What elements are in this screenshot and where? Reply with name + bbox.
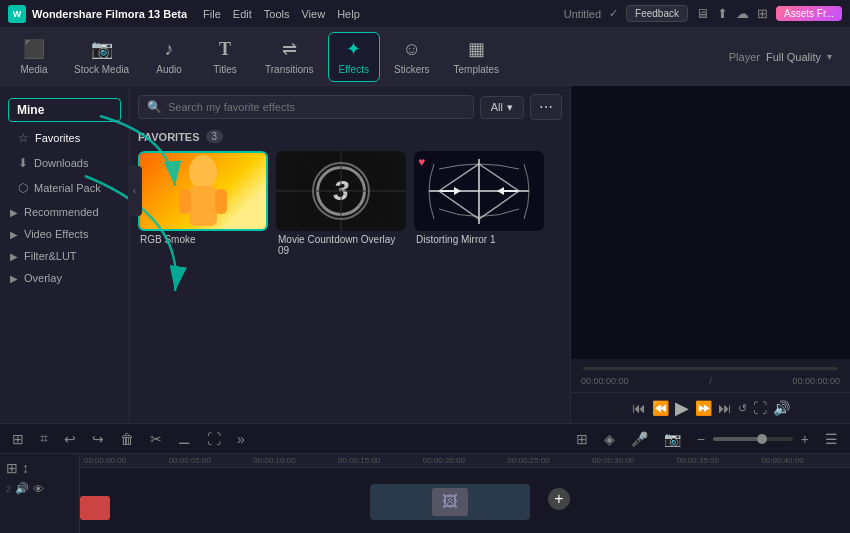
toolbar-stock-media-label: Stock Media xyxy=(74,64,129,75)
video-effects-arrow-icon: ▶ xyxy=(10,229,18,240)
toolbar-stock-media[interactable]: 📷 Stock Media xyxy=(64,32,139,82)
filter-chevron-icon: ▾ xyxy=(507,101,513,114)
volume-button[interactable]: 🔊 xyxy=(773,400,790,416)
toolbar-transitions[interactable]: ⇌ Transitions xyxy=(255,32,324,82)
effects-panel: 🔍 All ▾ ⋯ FAVORITES 3 xyxy=(130,86,570,423)
menu-tools[interactable]: Tools xyxy=(264,8,290,20)
zoom-in-button[interactable]: + xyxy=(797,429,813,449)
timeline-magnet-button[interactable]: ⌗ xyxy=(36,428,52,449)
clip-thumbnail: 🖼 xyxy=(432,488,468,516)
sidebar-item-material-pack[interactable]: ⬡ Material Pack xyxy=(4,176,125,200)
track-speaker-icon[interactable]: 🔊 xyxy=(15,482,29,495)
rgb-person-svg xyxy=(173,154,233,229)
toolbar-media-label: Media xyxy=(20,64,47,75)
ruler-mark-3: 00:00:15:00 xyxy=(338,456,423,465)
toolbar-templates[interactable]: ▦ Templates xyxy=(444,32,510,82)
sidebar-item-recommended[interactable]: ▶ Recommended xyxy=(0,201,129,223)
timeline-crop-button[interactable]: ⛶ xyxy=(203,429,225,449)
timeline-split-button[interactable]: ⚊ xyxy=(174,429,195,449)
distorting-heart-icon: ♥ xyxy=(418,155,425,169)
more-options-button[interactable]: ⋯ xyxy=(530,94,562,120)
filter-label: All xyxy=(491,101,503,113)
timeline-settings-button[interactable]: ☰ xyxy=(821,429,842,449)
svg-rect-2 xyxy=(179,189,191,214)
material-pack-icon: ⬡ xyxy=(18,181,28,195)
filter-lut-arrow-icon: ▶ xyxy=(10,251,18,262)
timeline-clip-main[interactable]: 🖼 xyxy=(370,484,530,520)
current-time: 00:00:00:00 xyxy=(581,376,629,386)
svg-rect-1 xyxy=(189,186,217,226)
quality-label: Full Quality xyxy=(766,51,821,63)
timeline-delete-button[interactable]: 🗑 xyxy=(116,429,138,449)
track-move-icon[interactable]: ↕ xyxy=(22,460,29,476)
filter-dropdown[interactable]: All ▾ xyxy=(480,96,524,119)
timeline-mic-button[interactable]: 🎤 xyxy=(627,429,652,449)
toolbar-titles-label: Titles xyxy=(213,64,237,75)
favorites-count: 3 xyxy=(206,130,224,143)
timeline-cut-button[interactable]: ✂ xyxy=(146,429,166,449)
track-label-audio: 2 🔊 👁 xyxy=(4,480,75,497)
menu-file[interactable]: File xyxy=(203,8,221,20)
feedback-button[interactable]: Feedback xyxy=(626,5,688,22)
timeline-zoom-fit-button[interactable]: ⊞ xyxy=(572,429,592,449)
player-time: 00:00:00:00 / 00:00:00:00 xyxy=(577,374,844,388)
menu-help[interactable]: Help xyxy=(337,8,360,20)
clip-thumb-icon: 🖼 xyxy=(442,493,458,511)
timeline-more-button[interactable]: » xyxy=(233,429,249,449)
sidebar-item-downloads[interactable]: ⬇ Downloads xyxy=(4,151,125,175)
sidebar-collapse-button[interactable]: ‹ xyxy=(128,166,142,216)
toolbar-effects[interactable]: ✦ Effects xyxy=(328,32,380,82)
sidebar-mine[interactable]: Mine xyxy=(8,98,121,122)
app-brand: W Wondershare Filmora 13 Beta xyxy=(8,5,187,23)
sidebar-overlay-label: Overlay xyxy=(24,272,62,284)
track-add-icon[interactable]: ⊞ xyxy=(6,460,18,476)
quality-dropdown-icon[interactable]: ▾ xyxy=(827,51,832,62)
menu-edit[interactable]: Edit xyxy=(233,8,252,20)
stickers-icon: ☺ xyxy=(403,39,421,60)
track-eye-icon[interactable]: 👁 xyxy=(33,483,44,495)
toolbar-media[interactable]: ⬛ Media xyxy=(8,32,60,82)
effect-card-distorting[interactable]: ♥ xyxy=(414,151,544,259)
timeline-add-button[interactable]: + xyxy=(548,488,570,510)
time-separator: / xyxy=(709,376,712,386)
svg-marker-14 xyxy=(497,187,504,195)
step-back-button[interactable]: ⏪ xyxy=(652,400,669,416)
status-icon: ✓ xyxy=(609,7,618,20)
timeline-clip-pink[interactable] xyxy=(80,496,110,520)
skip-back-button[interactable]: ⏮ xyxy=(632,400,646,416)
skip-forward-button[interactable]: ⏭ xyxy=(718,400,732,416)
distorting-label: Distorting Mirror 1 xyxy=(414,231,544,248)
timeline-snap-button[interactable]: ⊞ xyxy=(8,429,28,449)
player-controls: ⏮ ⏪ ▶ ⏩ ⏭ ↺ ⛶ 🔊 xyxy=(571,392,850,423)
zoom-out-button[interactable]: − xyxy=(693,429,709,449)
fullscreen-button[interactable]: ⛶ xyxy=(753,400,767,416)
toolbar-audio[interactable]: ♪ Audio xyxy=(143,32,195,82)
zoom-slider[interactable] xyxy=(713,437,793,441)
progress-bar[interactable] xyxy=(583,367,838,370)
effect-card-rgb-smoke[interactable]: RGB Smoke xyxy=(138,151,268,259)
effect-card-movie-countdown[interactable]: ♥ 3 Mov xyxy=(276,151,406,259)
ruler-mark-7: 00:00:35:00 xyxy=(677,456,762,465)
sidebar-item-filter-lut[interactable]: ▶ Filter&LUT xyxy=(0,245,129,267)
toolbar-stickers[interactable]: ☺ Stickers xyxy=(384,32,440,82)
step-forward-button[interactable]: ⏩ xyxy=(695,400,712,416)
timeline-marker-button[interactable]: ◈ xyxy=(600,429,619,449)
timeline-redo-button[interactable]: ↪ xyxy=(88,429,108,449)
player-panel: 00:00:00:00 / 00:00:00:00 ⏮ ⏪ ▶ ⏩ ⏭ ↺ ⛶ … xyxy=(570,86,850,423)
sidebar-item-favorites[interactable]: ☆ Favorites xyxy=(4,126,125,150)
search-input[interactable] xyxy=(168,101,465,113)
timeline-undo-button[interactable]: ↩ xyxy=(60,429,80,449)
search-icon: 🔍 xyxy=(147,100,162,114)
sidebar-item-video-effects[interactable]: ▶ Video Effects xyxy=(0,223,129,245)
play-button[interactable]: ▶ xyxy=(675,397,689,419)
mine-label: Mine xyxy=(17,103,44,117)
assets-button[interactable]: Assets Fr... xyxy=(776,6,842,21)
media-icon: ⬛ xyxy=(23,38,45,60)
loop-button[interactable]: ↺ xyxy=(738,402,747,415)
timeline-ruler: 00:00:00:00 00:00:05:00 00:00:10:00 00:0… xyxy=(80,454,850,468)
effects-icon: ✦ xyxy=(346,38,361,60)
sidebar-item-overlay[interactable]: ▶ Overlay xyxy=(0,267,129,289)
toolbar-titles[interactable]: T Titles xyxy=(199,32,251,82)
menu-view[interactable]: View xyxy=(301,8,325,20)
timeline-camera-button[interactable]: 📷 xyxy=(660,429,685,449)
